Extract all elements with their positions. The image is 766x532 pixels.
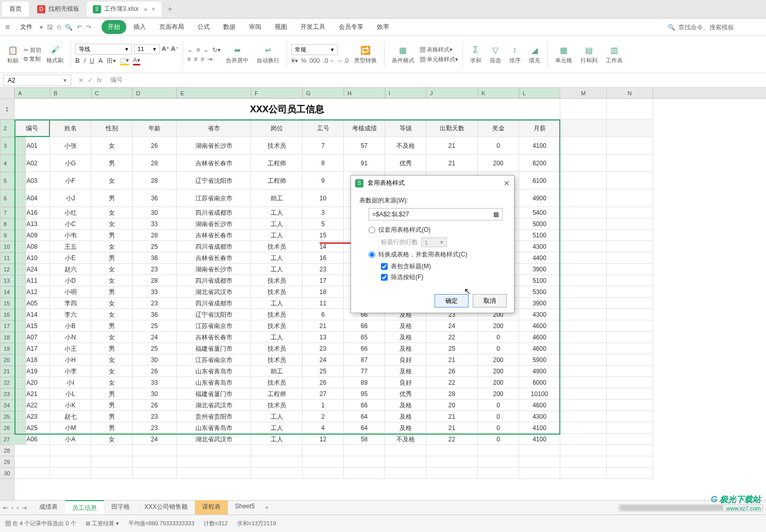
table-cell[interactable]: 技术员: [251, 286, 303, 298]
tab-templates[interactable]: D 找稻壳模板: [31, 2, 86, 16]
table-cell[interactable]: 6200: [519, 155, 560, 172]
table-cell[interactable]: 小G: [50, 155, 91, 172]
table-cell[interactable]: 男: [91, 320, 132, 332]
table-cell[interactable]: 吉林省长春市: [177, 252, 251, 264]
col-header[interactable]: E: [177, 88, 251, 98]
table-cell[interactable]: 4300: [519, 241, 560, 252]
table-cell[interactable]: 贵州省贵阳市: [177, 411, 251, 422]
menu-tab-2[interactable]: 页面布局: [153, 20, 190, 34]
font-color-icon[interactable]: A▾: [133, 57, 140, 65]
table-cell[interactable]: 小H: [50, 354, 91, 366]
table-cell[interactable]: A10: [14, 252, 50, 264]
table-cell[interactable]: 21: [426, 155, 478, 172]
orientation-icon[interactable]: ↻▾: [212, 46, 221, 54]
table-cell[interactable]: 及格: [385, 343, 426, 354]
menu-tab-7[interactable]: 开发工具: [294, 20, 331, 34]
table-cell[interactable]: 工人: [251, 252, 303, 264]
table-cell[interactable]: 李四: [50, 298, 91, 309]
table-cell[interactable]: 30: [132, 354, 177, 366]
table-cell[interactable]: 9: [303, 172, 344, 190]
table-cell[interactable]: 24: [426, 320, 478, 332]
table-cell[interactable]: 13: [303, 332, 344, 343]
table-cell[interactable]: 技术员: [251, 343, 303, 354]
paste-group[interactable]: 📋粘贴: [4, 43, 22, 65]
table-cell[interactable]: 66: [344, 320, 385, 332]
align-bottom-icon[interactable]: ⫠: [203, 46, 209, 54]
table-cell[interactable]: 5900: [519, 354, 560, 366]
align-middle-icon[interactable]: ≡: [196, 46, 200, 54]
table-cell[interactable]: A24: [14, 264, 50, 275]
table-cell[interactable]: 小C: [50, 218, 91, 230]
table-cell[interactable]: 25: [132, 241, 177, 252]
table-cell[interactable]: 0: [478, 137, 519, 155]
sheet-tab[interactable]: 田字格: [104, 500, 137, 515]
table-cell[interactable]: 33: [132, 286, 177, 298]
table-cell[interactable]: 8: [303, 155, 344, 172]
align-top-icon[interactable]: ⫠: [187, 46, 193, 54]
table-cell[interactable]: 及格: [385, 411, 426, 422]
table-cell[interactable]: A18: [14, 354, 50, 366]
table-cell[interactable]: 12: [303, 434, 344, 445]
table-cell[interactable]: 28: [132, 275, 177, 286]
table-cell[interactable]: 湖北省武汉市: [177, 286, 251, 298]
table-cell[interactable]: A04: [14, 190, 50, 207]
table-cell[interactable]: 吉林省长春市: [177, 332, 251, 343]
table-cell[interactable]: 男: [91, 411, 132, 422]
table-cell[interactable]: 小F: [50, 172, 91, 190]
table-cell[interactable]: 77: [344, 366, 385, 377]
table-cell[interactable]: 22: [426, 434, 478, 445]
table-cell[interactable]: A22: [14, 400, 50, 411]
table-cell[interactable]: A16: [14, 207, 50, 218]
table-cell[interactable]: 21: [426, 422, 478, 434]
table-cell[interactable]: 4: [303, 422, 344, 434]
table-cell[interactable]: 0: [478, 434, 519, 445]
menu-tab-6[interactable]: 视图: [269, 20, 293, 34]
table-cell[interactable]: 良好: [385, 377, 426, 388]
table-cell[interactable]: 四川省成都市: [177, 241, 251, 252]
table-cell[interactable]: 14: [303, 241, 344, 252]
row-header[interactable]: 1: [0, 99, 14, 119]
indent-icon[interactable]: ⇥: [207, 56, 212, 63]
col-header[interactable]: J: [426, 88, 478, 98]
border-icon[interactable]: 田▾: [107, 57, 116, 65]
redo-icon[interactable]: ↷: [86, 24, 91, 31]
table-cell[interactable]: 22: [426, 332, 478, 343]
table-cell[interactable]: 王五: [50, 241, 91, 252]
table-cell[interactable]: 四川省成都市: [177, 275, 251, 286]
table-cell[interactable]: 10: [303, 190, 344, 207]
table-cell[interactable]: A15: [14, 320, 50, 332]
table-cell[interactable]: 6: [303, 309, 344, 320]
table-cell[interactable]: 24: [132, 332, 177, 343]
menu-tab-0[interactable]: 开始: [102, 20, 126, 34]
source-input[interactable]: =$A$2:$L$27 ▦: [369, 208, 503, 220]
col-header[interactable]: D: [132, 88, 177, 98]
table-cell[interactable]: 小A: [50, 434, 91, 445]
table-cell[interactable]: 17: [303, 275, 344, 286]
table-cell[interactable]: 200: [478, 388, 519, 400]
table-cell[interactable]: A02: [14, 155, 50, 172]
prev-sheet-icon[interactable]: ‹: [11, 504, 13, 511]
table-cell[interactable]: A05: [14, 298, 50, 309]
table-cell[interactable]: 18: [303, 286, 344, 298]
table-cell[interactable]: 58: [344, 434, 385, 445]
table-cell[interactable]: 工程师: [251, 388, 303, 400]
add-sheet-button[interactable]: +: [265, 504, 269, 511]
table-cell[interactable]: 24: [132, 434, 177, 445]
sheet-tab[interactable]: 课程表: [195, 500, 228, 515]
table-cell[interactable]: 女: [91, 366, 132, 377]
align-left-icon[interactable]: ≡: [187, 56, 191, 63]
table-cell[interactable]: 36: [132, 252, 177, 264]
table-cell[interactable]: 男: [91, 252, 132, 264]
col-header[interactable]: N: [607, 88, 653, 98]
table-cell[interactable]: A19: [14, 366, 50, 377]
table-cell[interactable]: 工人: [251, 230, 303, 241]
table-cell[interactable]: 工人: [251, 434, 303, 445]
increase-font-icon[interactable]: A⁺: [162, 45, 169, 53]
table-cell[interactable]: 男: [91, 230, 132, 241]
table-cell[interactable]: 小韦: [50, 230, 91, 241]
table-cell[interactable]: A11: [14, 275, 50, 286]
table-cell[interactable]: 26: [303, 377, 344, 388]
tab-workbook[interactable]: S 工作簿3.xlsx ● ×: [87, 2, 161, 16]
table-cell[interactable]: 25: [132, 320, 177, 332]
table-cell[interactable]: 26: [132, 400, 177, 411]
